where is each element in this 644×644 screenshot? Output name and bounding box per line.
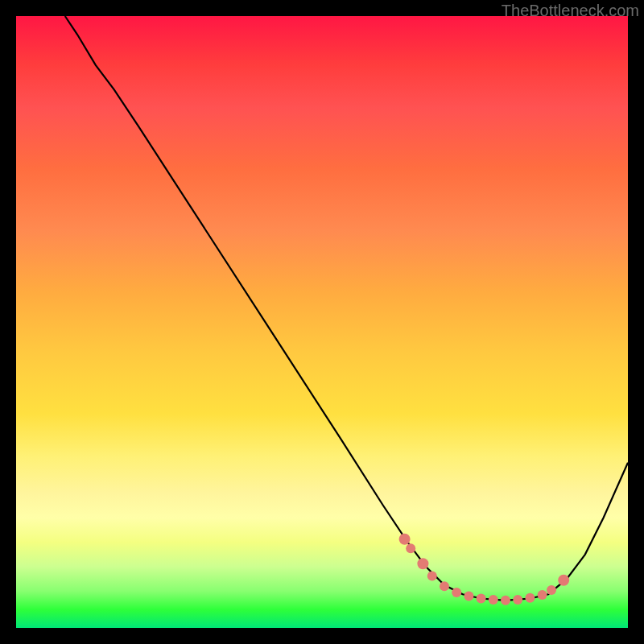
chart-svg xyxy=(16,16,628,628)
data-marker xyxy=(558,575,569,586)
data-marker xyxy=(538,590,547,600)
data-marker xyxy=(427,571,437,580)
data-marker xyxy=(464,592,473,601)
data-marker xyxy=(417,558,428,569)
data-markers-group xyxy=(399,534,570,605)
data-marker xyxy=(399,534,411,545)
data-marker xyxy=(440,581,449,591)
data-marker xyxy=(513,595,522,605)
data-marker xyxy=(477,594,486,604)
data-marker xyxy=(406,543,415,553)
watermark-text: TheBottleneck.com xyxy=(502,2,639,20)
data-marker xyxy=(452,588,461,597)
bottleneck-curve xyxy=(65,16,628,601)
data-marker xyxy=(547,585,556,595)
chart-plot-area xyxy=(16,16,628,628)
data-marker xyxy=(501,596,510,605)
data-marker xyxy=(489,595,498,605)
data-marker xyxy=(525,593,535,603)
